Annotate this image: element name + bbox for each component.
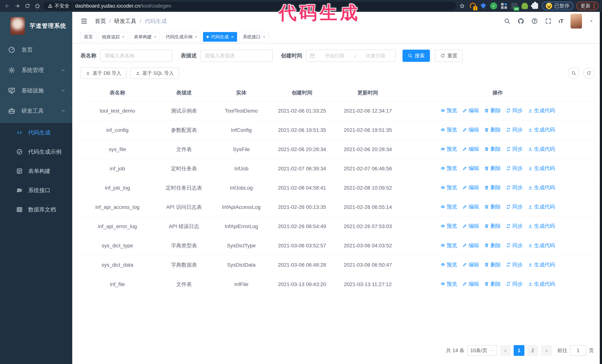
action-generate-link[interactable]: 生成代码 [528,164,555,172]
browser-scrollbar[interactable] [600,12,602,364]
sidebar-item-0[interactable]: 首页 [0,40,72,60]
action-preview-link[interactable]: 预览 [441,164,457,172]
action-edit-link[interactable]: 编辑 [462,126,479,134]
next-page-button[interactable]: › [541,345,552,356]
sidebar-subitem-4[interactable]: 数据库文档 [0,200,72,219]
action-edit-link[interactable]: 编辑 [462,145,479,153]
goto-page-input[interactable]: 1 [570,345,586,356]
action-preview-link[interactable]: 预览 [441,145,457,153]
sidebar-subitem-0[interactable]: 代码生成 [0,123,72,142]
breadcrumb-item-0[interactable]: 首页 [95,17,106,25]
action-delete-link[interactable]: 删除 [484,261,501,269]
user-menu-caret-icon[interactable] [589,19,594,23]
close-icon[interactable]: × [263,35,265,39]
reset-button[interactable]: 重置 [435,50,462,62]
browser-back-icon[interactable] [3,2,11,10]
tab-1[interactable]: 链路追踪× [98,32,128,42]
user-avatar[interactable] [570,14,582,29]
action-sync-link[interactable]: 同步 [506,241,523,250]
collapse-sidebar-icon[interactable] [80,17,88,25]
tab-4[interactable]: 代码生成× [203,32,237,42]
sidebar-item-3[interactable]: 研发工具 [0,101,72,121]
github-icon[interactable] [517,18,524,24]
sidebar-subitem-1[interactable]: 代码生成示例 [0,142,72,161]
close-icon[interactable]: × [154,35,157,39]
action-generate-link[interactable]: 生成代码 [528,222,555,230]
sidebar-item-2[interactable]: 基础设施 [0,80,72,101]
action-edit-link[interactable]: 编辑 [462,164,479,172]
action-generate-link[interactable]: 生成代码 [528,280,555,288]
tab-3[interactable]: 代码生成示例× [162,32,201,42]
action-edit-link[interactable]: 编辑 [462,261,479,269]
action-sync-link[interactable]: 同步 [506,203,523,211]
action-sync-link[interactable]: 同步 [506,106,523,114]
prev-page-button[interactable]: ‹ [500,345,511,356]
extension-check-icon[interactable]: ✓ [490,2,497,10]
update-button[interactable]: 更新 [576,2,599,10]
action-generate-link[interactable]: 生成代码 [528,203,555,211]
page-button-2[interactable]: 2 [527,345,538,356]
search-button[interactable]: 搜索 [402,50,430,62]
sidebar-item-1[interactable]: 系统管理 [0,60,72,80]
action-preview-link[interactable]: 预览 [441,261,457,269]
action-preview-link[interactable]: 预览 [441,241,457,250]
extension-gem-icon[interactable] [480,2,487,10]
help-icon[interactable] [531,18,538,24]
action-preview-link[interactable]: 预览 [441,222,457,230]
browser-home-icon[interactable] [33,2,42,10]
tab-0[interactable]: 首页 [80,32,96,42]
paused-badge[interactable]: 已暂停 [542,2,573,10]
action-generate-link[interactable]: 生成代码 [528,126,555,134]
close-icon[interactable]: × [122,35,125,39]
fullscreen-icon[interactable] [545,18,552,24]
action-preview-link[interactable]: 预览 [441,184,457,191]
page-button-1[interactable]: 1 [514,345,524,356]
action-edit-link[interactable]: 编辑 [462,241,479,250]
tab-2[interactable]: 表单构建× [130,32,160,42]
page-size-select[interactable]: 10条/页 [467,345,497,356]
action-preview-link[interactable]: 预览 [441,280,457,288]
action-delete-link[interactable]: 删除 [484,222,501,230]
extension-grid-icon[interactable] [500,2,508,10]
action-preview-link[interactable]: 预览 [441,203,457,211]
action-sync-link[interactable]: 同步 [506,261,523,269]
action-delete-link[interactable]: 删除 [484,106,501,114]
action-edit-link[interactable]: 编辑 [462,106,479,114]
action-generate-link[interactable]: 生成代码 [528,261,555,269]
action-sync-link[interactable]: 同步 [506,184,523,191]
browser-reload-icon[interactable] [23,2,32,10]
action-delete-link[interactable]: 删除 [484,184,501,191]
action-generate-link[interactable]: 生成代码 [528,145,555,153]
action-preview-link[interactable]: 预览 [441,126,457,134]
bookmark-star-icon[interactable] [458,2,466,10]
address-bar[interactable]: 不安全 dashboard.yudao.iocoder.cn/tool/code… [43,2,456,10]
action-edit-link[interactable]: 编辑 [462,184,479,191]
sidebar-subitem-2[interactable]: 表单构建 [0,161,72,181]
action-edit-link[interactable]: 编辑 [462,222,479,230]
browser-forward-icon[interactable] [13,2,22,10]
action-delete-link[interactable]: 删除 [484,280,501,288]
search-icon[interactable] [504,18,510,24]
action-delete-link[interactable]: 删除 [484,126,501,134]
action-sync-link[interactable]: 同步 [506,126,523,134]
action-edit-link[interactable]: 编辑 [462,280,479,288]
action-delete-link[interactable]: 删除 [484,164,501,172]
close-icon[interactable]: × [195,35,197,39]
close-icon[interactable]: × [231,35,234,39]
breadcrumb-item-1[interactable]: 研发工具 [114,17,136,25]
action-sync-link[interactable]: 同步 [506,145,523,153]
action-generate-link[interactable]: 生成代码 [528,184,555,191]
action-delete-link[interactable]: 删除 [484,203,501,211]
action-edit-link[interactable]: 编辑 [462,203,479,211]
extension-orange-icon[interactable]: 1 [469,2,477,10]
action-sync-link[interactable]: 同步 [506,164,523,172]
action-delete-link[interactable]: 删除 [484,145,501,153]
action-generate-link[interactable]: 生成代码 [528,106,555,114]
action-preview-link[interactable]: 预览 [441,106,457,114]
toggle-search-button[interactable] [568,67,580,79]
action-delete-link[interactable]: 删除 [484,241,501,250]
sidebar-subitem-3[interactable]: 系统接口 [0,181,72,200]
extension-robot-icon[interactable] [521,2,528,10]
extensions-puzzle-icon[interactable] [531,2,539,10]
action-sync-link[interactable]: 同步 [506,280,523,288]
